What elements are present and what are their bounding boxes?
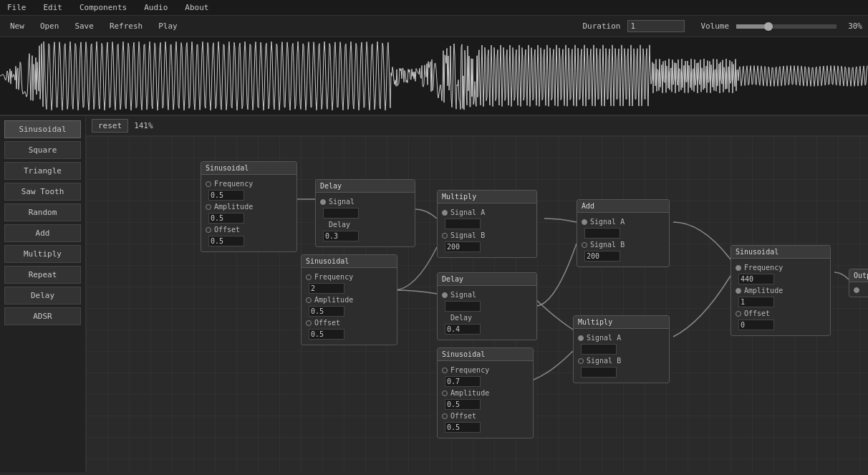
node-output-header: Output (849, 269, 868, 282)
mul2-signalA-value[interactable] (581, 344, 617, 355)
node-sinusoidal-2-body: Frequency Amplitude Offset (302, 268, 397, 345)
node-sinusoidal-1[interactable]: Sinusoidal Frequency Amplitude (201, 161, 297, 252)
node-canvas[interactable]: Sinusoidal Frequency Amplitude (86, 136, 868, 472)
port-amplitude-in[interactable] (206, 204, 211, 210)
node-output-body (849, 282, 868, 297)
port-sin3-offset-in[interactable] (442, 413, 448, 419)
sidebar-adsr[interactable]: ADSR (4, 307, 81, 325)
port-frequency-in[interactable] (206, 181, 211, 187)
port-sin2-freq-in[interactable] (306, 274, 312, 280)
mul2-signalB-value[interactable] (581, 367, 617, 378)
port-add-signalA[interactable] (582, 219, 587, 225)
port-sin2-amp-in[interactable] (306, 297, 312, 303)
node-multiply-2[interactable]: Multiply Signal A Signal B (573, 315, 670, 383)
sidebar-add[interactable]: Add (4, 224, 81, 242)
frequency-value[interactable] (208, 190, 244, 201)
port-delay2-signal[interactable] (442, 292, 448, 298)
volume-slider[interactable] (736, 24, 836, 29)
offset-value[interactable] (208, 236, 244, 246)
delay-value[interactable] (323, 231, 359, 241)
menu-audio[interactable]: Audio (141, 1, 170, 14)
menu-about[interactable]: About (182, 1, 211, 14)
node-sinusoidal-final[interactable]: Sinusoidal Frequency Amplitude (730, 245, 831, 336)
sin3-amp-value[interactable] (445, 399, 481, 410)
main-area: Sinusoidal Square Triangle Saw Tooth Ran… (0, 116, 868, 472)
refresh-button[interactable]: Refresh (105, 20, 147, 32)
node-sinusoidal-2-header: Sinusoidal (302, 255, 397, 268)
duration-label: Duration (582, 21, 620, 31)
sidebar: Sinusoidal Square Triangle Saw Tooth Ran… (0, 116, 86, 472)
port-final-offset-in[interactable] (736, 311, 741, 317)
node-delay-2[interactable]: Delay Signal Delay (437, 272, 537, 340)
add-signalA-value[interactable] (584, 228, 620, 239)
zoom-level: 141% (134, 121, 153, 130)
node-multiply-2-header: Multiply (574, 316, 669, 329)
port-final-freq-in[interactable] (736, 265, 741, 271)
node-multiply-1[interactable]: Multiply Signal A Signal B (437, 190, 537, 258)
final-amp-value[interactable] (738, 297, 774, 307)
menu-bar: File Edit Components Audio About (0, 0, 868, 16)
node-add-1-body: Signal A Signal B (577, 213, 669, 267)
node-output[interactable]: Output (849, 269, 868, 297)
menu-file[interactable]: File (4, 1, 29, 14)
delay2-signal-value[interactable] (445, 301, 481, 312)
sin3-freq-value[interactable] (445, 376, 481, 387)
save-button[interactable]: Save (70, 20, 98, 32)
port-sin3-freq-in[interactable] (442, 368, 448, 373)
node-sinusoidal-3-body: Frequency Amplitude Offset (438, 361, 533, 438)
menu-edit[interactable]: Edit (41, 1, 66, 14)
sidebar-repeat[interactable]: Repeat (4, 266, 81, 284)
sidebar-sinusoidal[interactable]: Sinusoidal (4, 120, 81, 138)
sidebar-square[interactable]: Square (4, 141, 81, 159)
new-button[interactable]: New (6, 20, 29, 32)
sidebar-triangle[interactable]: Triangle (4, 162, 81, 180)
signalA-value[interactable] (445, 219, 481, 229)
delay2-value[interactable] (445, 324, 481, 335)
sin2-offset-value[interactable] (309, 329, 344, 340)
port-output-in[interactable] (854, 287, 859, 293)
sidebar-sawtooth[interactable]: Saw Tooth (4, 183, 81, 201)
node-multiply-1-header: Multiply (438, 191, 536, 203)
sin3-offset-value[interactable] (445, 422, 481, 433)
sin2-amp-value[interactable] (309, 306, 344, 317)
port-signalB-in[interactable] (442, 233, 448, 239)
sidebar-multiply[interactable]: Multiply (4, 245, 81, 263)
node-delay-2-header: Delay (438, 273, 536, 286)
node-sinusoidal-3-header: Sinusoidal (438, 348, 533, 361)
node-sinusoidal-2[interactable]: Sinusoidal Frequency Amplitude (301, 254, 397, 345)
node-add-1[interactable]: Add Signal A Signal B (577, 199, 670, 267)
duration-input[interactable] (627, 20, 685, 32)
node-delay-1[interactable]: Delay Signal Delay (315, 179, 415, 247)
add-signalB-value[interactable] (584, 251, 620, 262)
port-signal-in[interactable] (320, 199, 326, 205)
node-delay-2-body: Signal Delay (438, 286, 536, 340)
port-add-signalB[interactable] (582, 242, 587, 248)
port-signalA-in[interactable] (442, 210, 448, 216)
canvas-area: reset 141% (86, 116, 868, 472)
port-sin2-offset-in[interactable] (306, 320, 312, 326)
port-sin3-amp-in[interactable] (442, 390, 448, 396)
node-delay-1-body: Signal Delay (316, 193, 415, 246)
volume-percentage: 30% (848, 21, 862, 31)
port-final-amp-in[interactable] (736, 288, 741, 294)
final-offset-value[interactable] (738, 320, 774, 330)
menu-components[interactable]: Components (77, 1, 130, 14)
port-mul2-signalA[interactable] (578, 335, 584, 341)
play-button[interactable]: Play (154, 20, 182, 32)
sidebar-delay[interactable]: Delay (4, 287, 81, 304)
signal-value[interactable] (323, 208, 359, 219)
reset-button[interactable]: reset (92, 119, 128, 133)
port-row-frequency: Frequency (206, 180, 292, 188)
node-multiply-1-body: Signal A Signal B (438, 203, 536, 257)
node-sinusoidal-3[interactable]: Sinusoidal Frequency Amplitude (437, 347, 534, 438)
open-button[interactable]: Open (36, 20, 64, 32)
canvas-toolbar: reset 141% (86, 116, 868, 136)
signalB-value[interactable] (445, 241, 481, 252)
final-freq-value[interactable] (738, 274, 774, 284)
amplitude-value[interactable] (208, 213, 244, 224)
port-mul2-signalB[interactable] (578, 358, 584, 364)
sin2-freq-value[interactable] (309, 283, 344, 294)
node-add-1-header: Add (577, 200, 669, 213)
sidebar-random[interactable]: Random (4, 203, 81, 221)
port-offset-in[interactable] (206, 227, 211, 233)
